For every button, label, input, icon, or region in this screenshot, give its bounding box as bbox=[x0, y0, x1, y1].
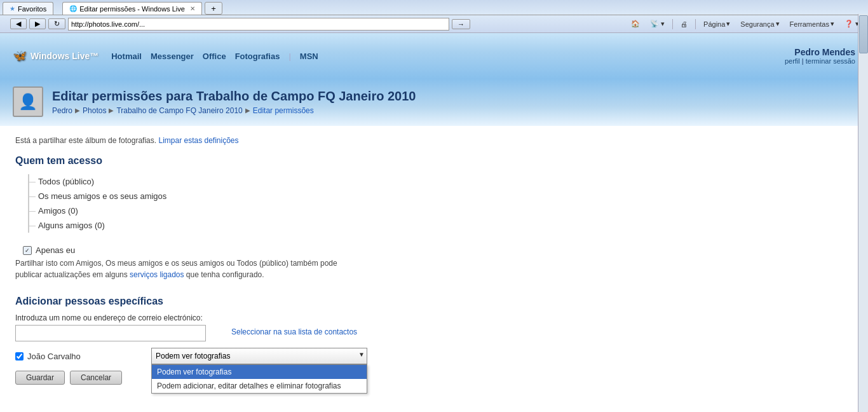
page-title: Editar permissões para Trabalho de Campo… bbox=[52, 89, 416, 104]
favorites-label: Favoritos bbox=[18, 5, 46, 13]
active-tab[interactable]: 🌐 Editar permissões - Windows Live ✕ bbox=[62, 2, 202, 15]
pagina-button[interactable]: Página ▾ bbox=[700, 19, 734, 29]
user-links: perfil | terminar sessão bbox=[785, 57, 855, 65]
only-me-label: Apenas eu bbox=[36, 245, 75, 255]
main-content: Está a partilhar este álbum de fotografi… bbox=[0, 126, 699, 395]
tab-title: Editar permissões - Windows Live bbox=[79, 5, 185, 13]
breadcrumb-arrow-1: ▶ bbox=[75, 107, 80, 114]
access-item-amigos[interactable]: Amigos (0) bbox=[29, 203, 684, 218]
browser-tabs: ★ Favoritos 🌐 Editar permissões - Window… bbox=[0, 0, 868, 15]
scrollbar-thumb[interactable] bbox=[859, 15, 868, 53]
person-search-input[interactable] bbox=[15, 325, 206, 341]
home-button[interactable]: 🏠 bbox=[627, 19, 644, 29]
cancel-button[interactable]: Cancelar bbox=[70, 371, 122, 385]
page-header: 👤 Editar permissões para Trabalho de Cam… bbox=[0, 79, 868, 126]
seguranca-label: Segurança bbox=[740, 20, 774, 28]
nav-separator: | bbox=[288, 52, 290, 61]
dropdown-menu: Podem ver fotografias Podem adicionar, e… bbox=[151, 364, 367, 394]
permission-select[interactable]: Podem ver fotografiasPodem adicionar, ed… bbox=[151, 348, 367, 364]
pagina-label: Página bbox=[703, 20, 725, 28]
breadcrumb-pedro[interactable]: Pedro bbox=[52, 106, 72, 115]
person-row: João Carvalho Podem ver fotografiasPodem… bbox=[15, 348, 684, 364]
rss-button[interactable]: 📡 ▾ bbox=[646, 19, 668, 29]
scrollbar[interactable] bbox=[858, 14, 868, 412]
album-icon-img: 👤 bbox=[18, 93, 37, 111]
checkbox-only-me-icon: ✓ bbox=[23, 246, 32, 255]
info-text-part2: que tenha configurado. bbox=[186, 270, 264, 279]
save-button[interactable]: Guardar bbox=[15, 371, 65, 385]
nav-msn[interactable]: MSN bbox=[300, 52, 318, 61]
access-item-todos[interactable]: Todos (público) bbox=[29, 174, 684, 189]
top-nav-left: 🦋 Windows Live™ Hotmail Messenger Office… bbox=[13, 49, 318, 63]
new-tab-button[interactable]: + bbox=[205, 2, 222, 15]
access-item-alguns-amigos[interactable]: Alguns amigos (0) bbox=[29, 218, 684, 233]
perfil-link[interactable]: perfil bbox=[785, 57, 800, 65]
sharing-notice: Está a partilhar este álbum de fotografi… bbox=[15, 136, 684, 145]
address-bar[interactable] bbox=[68, 18, 449, 31]
nav-links: Hotmail Messenger Office Fotografias | M… bbox=[111, 52, 318, 61]
breadcrumb-photos[interactable]: Photos bbox=[83, 106, 106, 115]
access-item-amigos-seus[interactable]: Os meus amigos e os seus amigos bbox=[29, 189, 684, 203]
logo-text: Windows Live™ bbox=[31, 51, 98, 61]
info-text: Partilhar isto com Amigos, Os meus amigo… bbox=[15, 258, 358, 280]
services-link[interactable]: serviços ligados bbox=[130, 270, 184, 279]
terminar-link[interactable]: terminar sessão bbox=[806, 57, 855, 65]
person-name: João Carvalho bbox=[27, 352, 81, 361]
separator-2 bbox=[695, 19, 696, 29]
go-button[interactable]: → bbox=[452, 19, 470, 29]
access-list: Todos (público) Os meus amigos e os seus… bbox=[28, 174, 684, 233]
user-name: Pedro Mendes bbox=[785, 47, 855, 57]
breadcrumb-arrow-2: ▶ bbox=[109, 107, 114, 114]
breadcrumb: Pedro ▶ Photos ▶ Trabalho de Campo FQ Ja… bbox=[52, 106, 416, 115]
input-label: Introduza um nome ou endereço de correio… bbox=[15, 313, 206, 322]
person-checkbox[interactable] bbox=[15, 352, 24, 360]
access-item-only-me[interactable]: ✓ Apenas eu bbox=[20, 243, 684, 258]
dropdown-option-view[interactable]: Podem ver fotografias bbox=[152, 365, 367, 379]
breadcrumb-album[interactable]: Trabalho de Campo FQ Janeiro 2010 bbox=[116, 106, 242, 115]
album-icon: 👤 bbox=[13, 86, 43, 117]
back-button[interactable]: ◀ bbox=[10, 18, 27, 29]
select-contacts-link[interactable]: Seleccionar na sua lista de contactos bbox=[231, 327, 357, 336]
dropdown-option-edit[interactable]: Podem adicionar, editar detalhes e elimi… bbox=[152, 379, 367, 393]
browser-toolbar: ◀ ▶ ↻ → 🏠 📡 ▾ 🖨 Página ▾ Segurança ▾ Fer… bbox=[0, 15, 868, 33]
nav-fotografias[interactable]: Fotografias bbox=[235, 52, 280, 61]
ferramentas-label: Ferramentas bbox=[790, 20, 829, 28]
sharing-notice-text: Está a partilhar este álbum de fotografi… bbox=[15, 136, 156, 145]
nav-office[interactable]: Office bbox=[203, 52, 226, 61]
nav-hotmail[interactable]: Hotmail bbox=[111, 52, 142, 61]
breadcrumb-current: Editar permissões bbox=[253, 106, 314, 115]
ferramentas-button[interactable]: Ferramentas ▾ bbox=[786, 19, 838, 29]
page-icon: 🌐 bbox=[69, 5, 77, 12]
nav-messenger[interactable]: Messenger bbox=[151, 52, 194, 61]
add-people-title: Adicionar pessoas específicas bbox=[15, 296, 684, 307]
person-checkbox-label[interactable]: João Carvalho bbox=[15, 352, 142, 361]
forward-button[interactable]: ▶ bbox=[29, 18, 46, 29]
tab-close-icon[interactable]: ✕ bbox=[190, 5, 195, 12]
top-nav-right: Pedro Mendes perfil | terminar sessão bbox=[785, 47, 855, 65]
permission-dropdown-wrapper: Podem ver fotografiasPodem adicionar, ed… bbox=[151, 348, 367, 364]
print-button[interactable]: 🖨 bbox=[677, 20, 691, 29]
favorites-item[interactable]: ★ Favoritos bbox=[3, 2, 53, 15]
input-area: Introduza um nome ou endereço de correio… bbox=[15, 313, 206, 341]
windows-live-logo[interactable]: 🦋 Windows Live™ bbox=[13, 49, 98, 63]
top-nav: 🦋 Windows Live™ Hotmail Messenger Office… bbox=[0, 33, 868, 79]
butterfly-icon: 🦋 bbox=[13, 49, 27, 63]
separator-1 bbox=[672, 19, 673, 29]
clear-link[interactable]: Limpar estas definições bbox=[158, 136, 238, 145]
who-has-access-title: Quem tem acesso bbox=[15, 155, 684, 167]
breadcrumb-arrow-3: ▶ bbox=[245, 107, 250, 114]
star-icon: ★ bbox=[10, 5, 15, 12]
refresh-button[interactable]: ↻ bbox=[48, 18, 65, 29]
add-person-row: Introduza um nome ou endereço de correio… bbox=[15, 313, 684, 341]
seguranca-button[interactable]: Segurança ▾ bbox=[736, 19, 783, 29]
page-title-area: Editar permissões para Trabalho de Campo… bbox=[52, 89, 416, 115]
